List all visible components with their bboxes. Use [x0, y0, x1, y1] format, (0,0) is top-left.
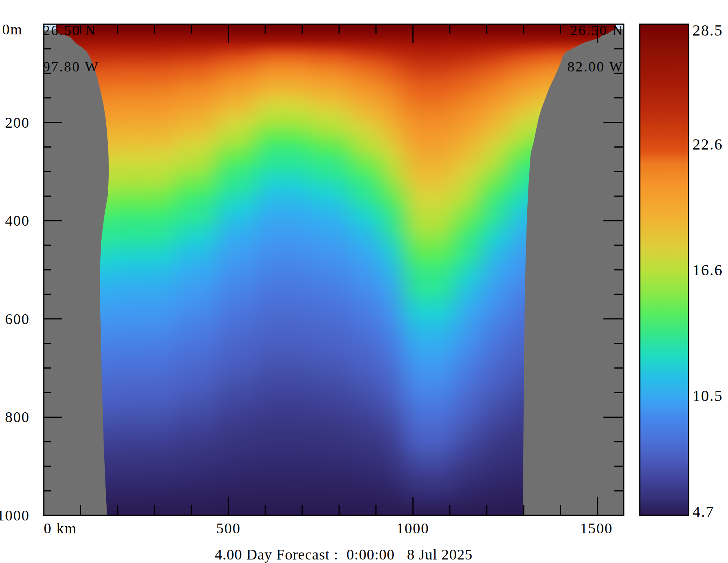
depth-label-400: 400	[5, 212, 30, 229]
x-label-1500: 1500	[580, 520, 613, 537]
plot-canvas: 26.50 N 97.80 W 26.50 N 82.00 W 0m 200 4…	[0, 0, 728, 563]
colorbar-label-22-6: 22.6	[692, 135, 723, 153]
colorbar	[640, 24, 689, 515]
section-end-coords: 26.50 N 82.00 W	[567, 0, 624, 97]
depth-label-600: 600	[5, 310, 30, 328]
colorbar-label-16-6: 16.6	[692, 261, 723, 279]
x-label-1000: 1000	[396, 520, 429, 537]
x-label-0km: 0 km	[44, 520, 77, 537]
section-end-lon: 82.00 W	[567, 61, 624, 73]
section-start-lat: 26.50 N	[43, 25, 99, 37]
section-start-coords: 26.50 N 97.80 W	[43, 0, 99, 97]
x-label-500: 500	[216, 520, 241, 537]
section-start-lon: 97.80 W	[43, 61, 99, 73]
depth-label-0m: 0m	[2, 21, 23, 38]
colorbar-label-4-7: 4.7	[692, 502, 714, 521]
depth-label-200: 200	[5, 114, 30, 131]
depth-label-800: 800	[5, 408, 30, 426]
colorbar-label-10-5: 10.5	[692, 387, 723, 405]
forecast-caption: 4.00 Day Forecast : 0:00:00 8 Jul 2025	[215, 546, 473, 563]
section-end-lat: 26.50 N	[567, 25, 624, 37]
colorbar-label-28-5: 28.5	[692, 21, 723, 39]
depth-label-1000: 1000	[0, 507, 30, 524]
land-mask-west	[44, 30, 109, 515]
